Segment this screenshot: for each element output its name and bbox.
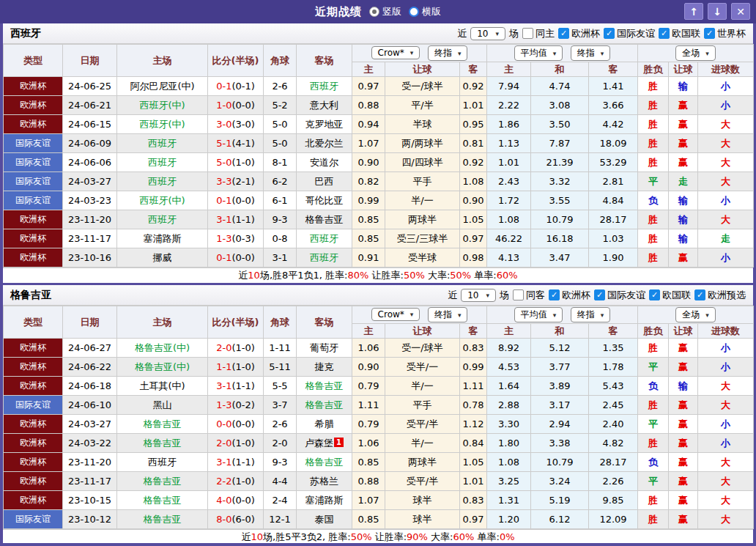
away-team-name: 巴西 [315, 176, 334, 187]
odds-stage-select[interactable]: 终指▾ [428, 45, 468, 61]
radio-selected-icon[interactable] [369, 7, 379, 17]
avg-home-odds: 1.20 [487, 510, 531, 529]
home-team: 格鲁吉亚 [117, 472, 208, 491]
checkbox-checked-icon[interactable]: ✓ [549, 289, 560, 300]
away-team: 安道尔 [297, 153, 352, 172]
checkbox-unchecked-icon[interactable] [513, 289, 524, 300]
home-odds: 0.90 [352, 358, 385, 377]
checkbox-checked-icon[interactable]: ✓ [704, 28, 715, 39]
layout-vertical-radio[interactable]: 竖版 [369, 5, 401, 18]
competition-filter[interactable]: ✓欧洲杯 [549, 289, 590, 302]
average-select[interactable]: 平均值▾ [514, 307, 563, 322]
avg-away-odds: 4.84 [589, 191, 638, 210]
full-time-score: 3-0 [216, 119, 231, 130]
filter-bar: 近 10 ▾ 场 同主 ✓欧洲杯✓国际友谊✓欧国联✓世界杯 [457, 27, 746, 40]
half-time-score: (1-1) [231, 457, 254, 468]
avg-draw-odds: 16.18 [531, 229, 589, 248]
average-stage-select[interactable]: 终指▾ [571, 45, 611, 61]
avg-away-odds: 2.45 [589, 396, 638, 415]
odds-header: Crow*▾ 终指▾ [352, 45, 487, 62]
result-handicap: 赢 [669, 453, 698, 472]
match-row: 国际友谊24-03-23西班牙(中)0-1(0-0)6-1哥伦比亚0.99半/一… [4, 191, 754, 210]
summary-text: 大率: [428, 531, 453, 542]
full-time-score: 0-1 [216, 81, 231, 92]
corners: 9-3 [264, 210, 297, 229]
competition-filter[interactable]: ✓国际友谊 [594, 289, 645, 302]
fullmatch-select[interactable]: 全场▾ [675, 307, 716, 322]
full-time-score: 2-2 [216, 476, 231, 487]
avg-away-odds: 9.85 [589, 491, 638, 510]
match-date: 24-03-22 [63, 434, 117, 453]
match-row: 欧洲杯23-11-17塞浦路斯1-3(0-3)0-8西班牙0.85受三/三球半0… [4, 229, 754, 248]
away-odds: 1.05 [460, 210, 487, 229]
checkbox-checked-icon[interactable]: ✓ [594, 289, 605, 300]
checkbox-checked-icon[interactable]: ✓ [604, 28, 615, 39]
away-team: 意大利 [297, 96, 352, 115]
match-date: 24-06-09 [63, 134, 117, 153]
chevron-down-icon: ▾ [458, 50, 462, 57]
corners: 0-8 [264, 229, 297, 248]
col-handicap-result: 让球 [669, 62, 698, 77]
odds-stage-select[interactable]: 终指▾ [428, 307, 468, 322]
checkbox-checked-icon[interactable]: ✓ [659, 28, 670, 39]
corners: 5-5 [264, 377, 297, 396]
competition-filter[interactable]: ✓国际友谊 [604, 27, 655, 40]
fullmatch-select[interactable]: 全场▾ [675, 45, 716, 61]
recent-count-select[interactable]: 10 ▾ [470, 27, 505, 40]
away-odds: 1.08 [460, 172, 487, 191]
competition-filter[interactable]: ✓欧洲杯 [558, 27, 600, 40]
match-row: 欧洲杯24-06-25阿尔巴尼亚(中)0-1(0-1)2-6西班牙0.97受一/… [4, 77, 754, 96]
full-time-score: 3-1 [216, 380, 231, 391]
home-odds: 0.97 [352, 77, 385, 96]
radio-unselected-icon[interactable] [409, 7, 419, 17]
half-time-score: (1-1) [231, 380, 254, 391]
recent-count-select[interactable]: 10 ▾ [461, 289, 496, 302]
col-handicap: 让球 [385, 324, 460, 339]
scroll-up-button[interactable]: ↑ [684, 3, 703, 20]
avg-away-odds: 28.17 [589, 210, 638, 229]
recent-count-value: 10 [467, 290, 478, 300]
home-odds: 0.90 [352, 153, 385, 172]
checkbox-checked-icon[interactable]: ✓ [694, 289, 705, 300]
avg-draw-odds: 5.12 [531, 339, 589, 358]
scroll-down-button[interactable]: ↓ [708, 3, 727, 20]
corners: 2-6 [264, 415, 297, 434]
average-select[interactable]: 平均值▾ [514, 45, 563, 61]
average-stage-select[interactable]: 终指▾ [571, 307, 611, 322]
red-card-badge: 1 [334, 438, 344, 447]
checkbox-checked-icon[interactable]: ✓ [649, 289, 660, 300]
competition-filter[interactable]: ✓欧洲预选 [694, 289, 746, 302]
result-handicap: 输 [669, 229, 698, 248]
matches-table: 类型 日期 主场 比分(半场) 角球 客场 Crow*▾ 终指▾ 平均值▾ 终指… [3, 306, 754, 529]
col-avg-home: 主 [487, 324, 531, 339]
checkbox-unchecked-icon[interactable] [522, 28, 533, 39]
bookmaker-select[interactable]: Crow*▾ [371, 46, 420, 59]
result-handicap: 输 [669, 210, 698, 229]
checkbox-checked-icon[interactable]: ✓ [558, 28, 569, 39]
match-row: 欧洲杯24-06-22格鲁吉亚(中)1-1(1-0)5-11捷克0.90受半/一… [4, 358, 754, 377]
avg-home-odds: 1.01 [487, 153, 531, 172]
half-time-score: (0-1) [231, 81, 254, 92]
home-team: 西班牙(中) [117, 191, 208, 210]
avg-draw-odds: 3.50 [531, 115, 589, 134]
same-venue-filter[interactable]: 同客 [513, 289, 545, 302]
layout-horizontal-radio[interactable]: 横版 [409, 5, 441, 18]
avg-away-odds: 1.03 [589, 229, 638, 248]
competition-type: 欧洲杯 [4, 453, 63, 472]
col-home-odds: 主 [352, 62, 385, 77]
away-team: 格鲁吉亚 [297, 396, 352, 415]
away-team: 格鲁吉亚 [297, 377, 352, 396]
competition-filter[interactable]: ✓世界杯 [704, 27, 746, 40]
half-time-score: (0-0) [231, 418, 254, 429]
window-title: 近期战绩 [315, 5, 362, 19]
half-time-score: (3-0) [231, 119, 254, 130]
match-row: 欧洲杯24-03-22格鲁吉亚2-0(1-0)2-0卢森堡11.06半/一0.8… [4, 434, 754, 453]
close-button[interactable]: ✕ [731, 3, 750, 20]
competition-filter[interactable]: ✓欧国联 [659, 27, 700, 40]
match-date: 24-06-27 [63, 339, 117, 358]
result-handicap: 赢 [669, 248, 698, 268]
competition-filter[interactable]: ✓欧国联 [649, 289, 691, 302]
competition-type: 国际友谊 [4, 153, 63, 172]
same-venue-filter[interactable]: 同主 [522, 27, 555, 40]
bookmaker-select[interactable]: Crow*▾ [371, 308, 420, 321]
